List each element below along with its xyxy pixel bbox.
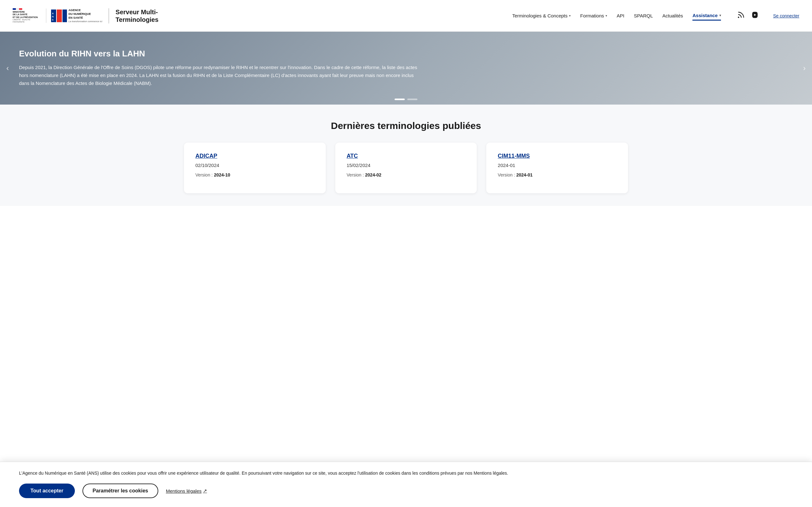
section-title: Dernières terminologies publiées xyxy=(19,120,793,131)
version-label: Version : xyxy=(498,172,516,177)
tricolor-red xyxy=(19,8,22,10)
ministere-subline: Liberté · Égalité · Fraternité xyxy=(13,19,41,23)
login-link[interactable]: Se connecter xyxy=(773,13,800,18)
nav-api-label: API xyxy=(617,13,624,18)
site-title: Serveur Multi- Terminologies xyxy=(115,8,158,23)
site-title-area: Serveur Multi- Terminologies xyxy=(108,8,158,23)
ministere-line1: MINISTÈRE xyxy=(13,11,41,13)
svg-text:S: S xyxy=(52,19,54,21)
header: MINISTÈRE DE LA SANTÉ ET DE LA PRÉVENTIO… xyxy=(0,0,812,32)
nav-icons xyxy=(737,11,759,21)
hero-body-text: Depuis 2021, la Direction Générale de l'… xyxy=(19,64,425,87)
hero-title: Evolution du RIHN vers la LAHN xyxy=(19,49,432,59)
version-value-cim11: 2024-01 xyxy=(516,172,532,177)
terminology-link-cim11[interactable]: CIM11-MMS xyxy=(498,153,617,159)
hero-dots xyxy=(395,99,417,100)
nav-terminologies[interactable]: Terminologies & Concepts ▾ xyxy=(512,11,571,20)
svg-rect-2 xyxy=(62,9,67,22)
terminology-date-adicap: 02/10/2024 xyxy=(195,163,314,168)
tricolor-blue xyxy=(13,8,16,10)
tricolor-white xyxy=(16,8,19,10)
nav-formations-label: Formations xyxy=(580,13,604,18)
svg-rect-1 xyxy=(57,9,62,22)
ans-text-block: AGENCE DU NUMÉRIQUE EN SANTÉ La transfor… xyxy=(68,9,102,22)
svg-text:A: A xyxy=(52,12,54,14)
version-value-atc: 2024-02 xyxy=(365,172,381,177)
version-label: Version : xyxy=(195,172,214,177)
svg-point-6 xyxy=(738,17,739,17)
nav-assistance[interactable]: Assistance ▾ xyxy=(693,11,721,20)
nav-formations[interactable]: Formations ▾ xyxy=(580,11,607,20)
hero-dot-2[interactable] xyxy=(407,99,417,100)
tricolor-flag xyxy=(13,8,22,10)
ministere-logo: MINISTÈRE DE LA SANTÉ ET DE LA PRÉVENTIO… xyxy=(13,8,41,23)
chevron-down-icon: ▾ xyxy=(569,14,571,17)
ans-name: AGENCE DU NUMÉRIQUE EN SANTÉ xyxy=(68,9,102,20)
terminology-link-atc[interactable]: ATC xyxy=(347,153,466,159)
nav-actualites[interactable]: Actualités xyxy=(662,11,683,20)
youtube-icon xyxy=(751,11,759,19)
hero-content: Evolution du RIHN vers la LAHN Depuis 20… xyxy=(19,49,432,87)
nav-assistance-label: Assistance xyxy=(693,13,717,18)
rss-icon xyxy=(737,11,745,19)
main-nav: Terminologies & Concepts ▾ Formations ▾ … xyxy=(512,11,721,20)
nav-api[interactable]: API xyxy=(617,11,624,20)
nav-actualites-label: Actualités xyxy=(662,13,683,18)
ans-tagline: La transformation commence ici xyxy=(68,20,102,23)
terminology-card-cim11: CIM11-MMS 2024-01 Version : 2024-01 xyxy=(486,143,628,193)
logo-area: MINISTÈRE DE LA SANTÉ ET DE LA PRÉVENTIO… xyxy=(13,8,159,23)
rss-button[interactable] xyxy=(737,11,745,21)
hero-next-button[interactable]: › xyxy=(803,64,806,72)
chevron-down-icon: ▾ xyxy=(606,14,607,17)
hero-prev-button[interactable]: ‹ xyxy=(6,64,9,72)
chevron-down-icon: ▾ xyxy=(719,14,721,17)
ministere-line3: ET DE LA PRÉVENTION xyxy=(13,16,41,19)
version-value-adicap: 2024-10 xyxy=(214,172,230,177)
hero-dot-1[interactable] xyxy=(395,99,405,100)
hero-banner: ‹ Evolution du RIHN vers la LAHN Depuis … xyxy=(0,32,812,105)
ans-icon: A N S xyxy=(51,9,67,22)
terminology-link-adicap[interactable]: ADICAP xyxy=(195,153,314,159)
nav-sparql[interactable]: SPARQL xyxy=(634,11,653,20)
terminology-version-atc: Version : 2024-02 xyxy=(347,172,466,177)
terminology-version-cim11: Version : 2024-01 xyxy=(498,172,617,177)
nav-sparql-label: SPARQL xyxy=(634,13,653,18)
ans-logo: A N S AGENCE DU NUMÉRIQUE EN SANTÉ La tr… xyxy=(46,9,102,22)
terminology-card-atc: ATC 15/02/2024 Version : 2024-02 xyxy=(335,143,477,193)
main-content: Dernières terminologies publiées ADICAP … xyxy=(0,105,812,206)
terminology-date-cim11: 2024-01 xyxy=(498,163,617,168)
nav-terminologies-label: Terminologies & Concepts xyxy=(512,13,567,18)
terminology-version-adicap: Version : 2024-10 xyxy=(195,172,314,177)
version-label: Version : xyxy=(347,172,365,177)
svg-text:N: N xyxy=(52,15,54,18)
terminologies-grid: ADICAP 02/10/2024 Version : 2024-10 ATC … xyxy=(184,143,628,193)
terminology-card-adicap: ADICAP 02/10/2024 Version : 2024-10 xyxy=(184,143,326,193)
ministere-line2: DE LA SANTÉ xyxy=(13,13,41,16)
youtube-button[interactable] xyxy=(751,11,759,21)
terminology-date-atc: 15/02/2024 xyxy=(347,163,466,168)
